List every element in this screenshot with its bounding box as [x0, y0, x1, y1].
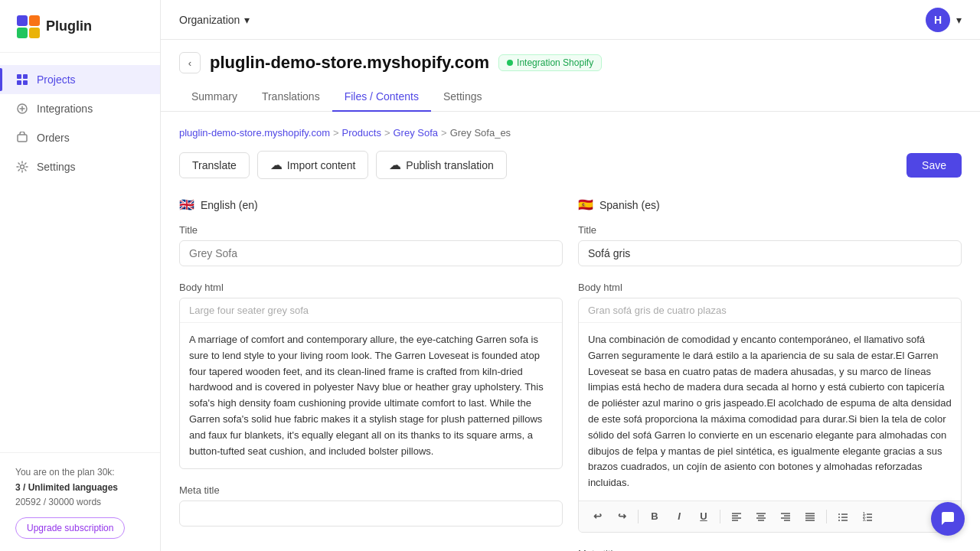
svg-rect-7	[23, 80, 28, 85]
settings-icon	[15, 160, 29, 174]
spanish-body-toolbar: ↩ ↪ B I U	[579, 500, 961, 532]
spanish-meta-group: Meta title	[578, 548, 962, 551]
english-header: 🇬🇧 English (en)	[179, 197, 563, 212]
english-body-label: Body html	[179, 282, 563, 293]
avatar[interactable]: H	[926, 8, 950, 32]
italic-button[interactable]: I	[668, 506, 690, 527]
import-label: Import content	[287, 159, 356, 171]
align-center-button[interactable]	[750, 506, 772, 527]
breadcrumb-product[interactable]: Grey Sofa	[394, 127, 439, 139]
english-title-input[interactable]	[179, 240, 563, 266]
main-area: Organization ▾ H ▾ ‹ pluglin-demo-store.…	[161, 0, 980, 551]
english-column: 🇬🇧 English (en) Title Body html Large fo…	[179, 197, 563, 551]
svg-rect-5	[23, 74, 28, 79]
tab-files[interactable]: Files / Contents	[332, 83, 431, 112]
org-label: Organization	[179, 14, 240, 26]
sidebar: Pluglin Projects Integrations Orders Set…	[0, 0, 161, 551]
sidebar-item-orders[interactable]: Orders	[0, 123, 160, 152]
list-ordered-button[interactable]: 1.2.3.	[857, 506, 878, 527]
tab-settings[interactable]: Settings	[431, 83, 495, 112]
english-flag: 🇬🇧	[179, 197, 194, 212]
english-body-placeholder: Large four seater grey sofa	[180, 298, 562, 323]
svg-rect-2	[17, 28, 28, 38]
breadcrumb-sep-2: >	[384, 127, 390, 139]
sidebar-item-settings[interactable]: Settings	[0, 152, 160, 181]
sidebar-item-integrations[interactable]: Integrations	[0, 94, 160, 123]
spanish-flag: 🇪🇸	[578, 197, 593, 212]
svg-point-31	[838, 520, 840, 521]
toolbar-separator-3	[826, 510, 827, 523]
import-cloud-icon: ☁	[270, 158, 283, 172]
tab-translations[interactable]: Translations	[250, 83, 332, 112]
publish-button[interactable]: ☁ Publish translation	[376, 151, 506, 179]
bold-button[interactable]: B	[644, 506, 665, 527]
align-right-button[interactable]	[775, 506, 796, 527]
languages-strong: 3 / Unlimited languages	[15, 482, 118, 493]
english-meta-group: Meta title	[179, 484, 563, 527]
chat-button[interactable]	[931, 502, 965, 536]
project-title-row: ‹ pluglin-demo-store.myshopify.com Integ…	[179, 52, 962, 73]
svg-point-10	[21, 165, 24, 169]
integration-status-dot	[507, 60, 513, 66]
list-bullet-button[interactable]	[832, 506, 854, 527]
english-meta-input[interactable]	[179, 500, 563, 527]
spanish-title-label: Title	[578, 224, 962, 236]
svg-text:3.: 3.	[863, 517, 867, 522]
save-button[interactable]: Save	[906, 153, 962, 178]
translate-button[interactable]: Translate	[179, 152, 250, 178]
sidebar-item-label: Orders	[37, 132, 70, 144]
align-left-button[interactable]	[726, 506, 747, 527]
sidebar-item-label: Settings	[37, 161, 76, 173]
publish-label: Publish translation	[406, 159, 493, 171]
svg-rect-0	[17, 15, 28, 26]
breadcrumb-sep-3: >	[441, 127, 447, 139]
breadcrumb-store[interactable]: pluglin-demo-store.myshopify.com	[179, 127, 330, 139]
logo-icon	[15, 14, 40, 38]
topbar-left: Organization ▾	[179, 14, 250, 26]
breadcrumb-current: Grey Sofa_es	[450, 127, 511, 139]
projects-icon	[15, 73, 29, 86]
upgrade-button[interactable]: Upgrade subscription	[15, 517, 125, 539]
svg-rect-1	[29, 15, 40, 26]
breadcrumb-products[interactable]: Products	[342, 127, 381, 139]
language-columns: 🇬🇧 English (en) Title Body html Large fo…	[179, 197, 962, 551]
english-body-text: A marriage of comfort and contemporary a…	[180, 323, 562, 468]
english-title-group: Title	[179, 224, 563, 266]
sidebar-nav: Projects Integrations Orders Settings	[0, 53, 160, 452]
spanish-body-text: Una combinación de comodidad y encanto c…	[579, 323, 961, 500]
english-meta-label: Meta title	[179, 484, 563, 496]
publish-cloud-icon: ☁	[389, 158, 401, 172]
spanish-title-group: Title	[578, 224, 962, 266]
spanish-meta-label: Meta title	[578, 548, 962, 551]
spanish-column: 🇪🇸 Spanish (es) Title Body html Gran sof…	[578, 197, 962, 551]
english-title-label: Title	[179, 224, 563, 236]
spanish-body-wrapper: Gran sofá gris de cuatro plazas Una comb…	[578, 298, 962, 533]
svg-point-29	[838, 517, 840, 518]
integration-badge: Integration Shopify	[498, 54, 602, 71]
svg-rect-3	[29, 28, 40, 38]
action-row: Translate ☁ Import content ☁ Publish tra…	[179, 151, 962, 179]
underline-button[interactable]: U	[693, 506, 714, 527]
spanish-title-input[interactable]	[578, 240, 962, 266]
sidebar-item-projects[interactable]: Projects	[0, 65, 160, 94]
svg-point-27	[838, 514, 840, 515]
org-chevron-icon: ▾	[244, 14, 250, 26]
import-button[interactable]: ☁ Import content	[257, 151, 369, 179]
tab-summary[interactable]: Summary	[179, 83, 250, 112]
svg-rect-9	[18, 135, 27, 142]
spanish-lang-label: Spanish (es)	[599, 199, 660, 211]
breadcrumb-sep-1: >	[333, 127, 339, 139]
integrations-icon	[15, 102, 29, 116]
integration-label: Integration Shopify	[517, 57, 593, 68]
org-selector[interactable]: Organization ▾	[179, 14, 250, 26]
logo-text: Pluglin	[46, 18, 92, 34]
project-tabs: Summary Translations Files / Contents Se…	[179, 83, 962, 111]
toolbar-separator-2	[720, 510, 720, 523]
justify-button[interactable]	[799, 506, 821, 527]
sidebar-item-label: Projects	[37, 73, 76, 86]
redo-button[interactable]: ↪	[611, 506, 632, 527]
translate-label: Translate	[192, 159, 237, 171]
back-button[interactable]: ‹	[179, 52, 201, 73]
undo-button[interactable]: ↩	[586, 506, 608, 527]
topbar: Organization ▾ H ▾	[161, 0, 980, 40]
